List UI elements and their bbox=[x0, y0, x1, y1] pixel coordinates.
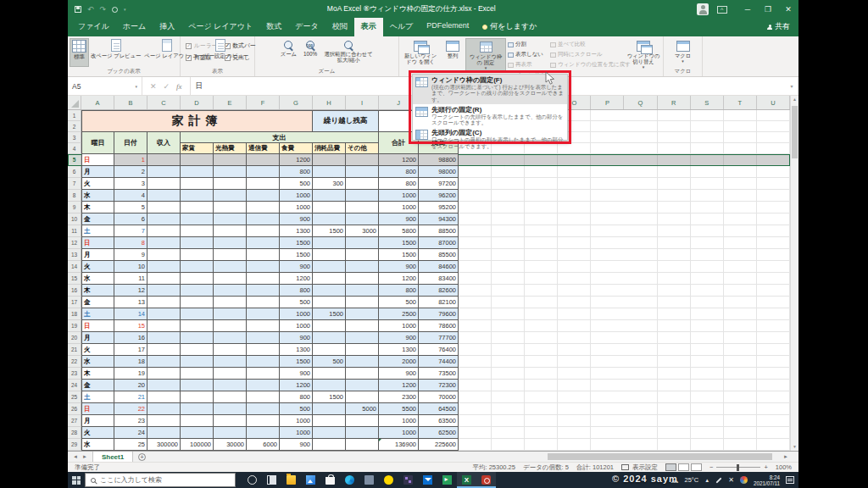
scroll-down-icon[interactable]: ▼ bbox=[791, 443, 798, 451]
cell-D24[interactable] bbox=[181, 380, 214, 391]
cell-J29[interactable]: 136900 bbox=[379, 439, 419, 451]
row-header-11[interactable]: 11 bbox=[68, 225, 81, 237]
cell-H15[interactable] bbox=[313, 273, 346, 285]
cell-B17[interactable]: 13 bbox=[114, 297, 147, 308]
cell-I6[interactable] bbox=[346, 166, 379, 178]
cell-F5[interactable] bbox=[247, 154, 280, 166]
cell-H6[interactable] bbox=[313, 166, 346, 178]
cell-H16[interactable] bbox=[313, 285, 346, 297]
formula-bar-expand-icon[interactable]: ▾ bbox=[785, 77, 798, 95]
cell-A9[interactable]: 木 bbox=[81, 202, 114, 214]
empty-cells[interactable] bbox=[459, 308, 790, 320]
cell-G19[interactable]: 1000 bbox=[280, 320, 313, 332]
empty-cells[interactable] bbox=[459, 154, 790, 166]
cell-J15[interactable]: 1200 bbox=[379, 273, 419, 285]
column-header-G[interactable]: G bbox=[280, 96, 313, 109]
cell-B6[interactable]: 2 bbox=[114, 166, 147, 178]
freeze-menu-item-2[interactable]: 先頭行の固定(R)ワークシートの先頭行を表示したままで、他の部分をスクロールでき… bbox=[413, 104, 567, 128]
cell-H25[interactable]: 1500 bbox=[313, 391, 346, 403]
cell-D18[interactable] bbox=[181, 308, 214, 320]
new-window-button[interactable]: 新しいウィンドウ を開く bbox=[401, 38, 440, 71]
cell-B13[interactable]: 9 bbox=[114, 249, 147, 261]
cell-J20[interactable]: 900 bbox=[379, 332, 419, 344]
row-header-19[interactable]: 19 bbox=[68, 320, 81, 332]
column-header-Q[interactable]: Q bbox=[624, 96, 657, 109]
cell-H28[interactable] bbox=[313, 427, 346, 439]
empty-cells[interactable] bbox=[459, 214, 790, 225]
empty-cells[interactable] bbox=[459, 415, 790, 427]
cell-A28[interactable]: 火 bbox=[81, 427, 114, 439]
cell-J23[interactable]: 900 bbox=[379, 368, 419, 380]
cell-E28[interactable] bbox=[214, 427, 247, 439]
cell-H8[interactable] bbox=[313, 190, 346, 202]
zoom-slider-thumb[interactable] bbox=[737, 464, 739, 471]
cell-I10[interactable] bbox=[346, 214, 379, 225]
column-header-I[interactable]: I bbox=[346, 96, 379, 109]
cell-J26[interactable]: 5500 bbox=[379, 403, 419, 415]
unhide-button[interactable]: 再表示 bbox=[508, 61, 547, 69]
empty-cells[interactable] bbox=[459, 403, 790, 415]
sheet-row-8[interactable]: 8水41000100096200 bbox=[68, 190, 790, 202]
sheet-row-15[interactable]: 15水111200120083400 bbox=[68, 273, 790, 285]
cell-A20[interactable]: 月 bbox=[81, 332, 114, 344]
tab-ヘルプ[interactable]: ヘルプ bbox=[383, 18, 420, 36]
zoom-100-button[interactable]: 100 100% bbox=[302, 38, 319, 67]
empty-cells[interactable] bbox=[459, 237, 790, 249]
pen-tray-icon[interactable] bbox=[716, 477, 722, 483]
sheet-row-26[interactable]: 26日225005000550064500 bbox=[68, 403, 790, 415]
cell-G28[interactable]: 1000 bbox=[280, 427, 313, 439]
cell-C14[interactable] bbox=[147, 261, 181, 273]
taskbar-app-clip[interactable] bbox=[437, 472, 457, 488]
taskbar-app-photos[interactable] bbox=[301, 472, 320, 488]
cell-C17[interactable] bbox=[147, 297, 181, 308]
cell-H5[interactable] bbox=[313, 154, 346, 166]
cell-A16[interactable]: 木 bbox=[81, 285, 114, 297]
cell-D8[interactable] bbox=[181, 190, 214, 202]
row-header-18[interactable]: 18 bbox=[68, 308, 81, 320]
cell-D19[interactable] bbox=[181, 320, 214, 332]
cell-G8[interactable]: 1000 bbox=[280, 190, 313, 202]
freeze-panes-button[interactable]: ウィンドウ枠の 固定 ▾ bbox=[465, 38, 506, 71]
empty-cells[interactable] bbox=[459, 320, 790, 332]
cell-K10[interactable]: 94300 bbox=[419, 214, 459, 225]
cell-I20[interactable] bbox=[346, 332, 379, 344]
cell-A29[interactable]: 水 bbox=[81, 439, 114, 451]
cell-J14[interactable]: 900 bbox=[379, 261, 419, 273]
cell-J12[interactable]: 1500 bbox=[379, 237, 419, 249]
row-header-2[interactable]: 2 bbox=[68, 121, 81, 132]
zoom-slider[interactable]: − + bbox=[709, 463, 768, 471]
new-sheet-button[interactable]: + bbox=[138, 453, 146, 461]
row-header-27[interactable]: 27 bbox=[68, 415, 81, 427]
cell-A8[interactable]: 水 bbox=[81, 190, 114, 202]
vertical-scroll-thumb[interactable] bbox=[792, 106, 798, 158]
header-communication-cell[interactable]: 通信費 bbox=[247, 143, 280, 154]
cell-B22[interactable]: 18 bbox=[114, 356, 147, 368]
cell-E22[interactable] bbox=[214, 356, 247, 368]
empty-cells[interactable] bbox=[459, 356, 790, 368]
cell-A24[interactable]: 金 bbox=[81, 380, 114, 391]
cell-K5[interactable]: 98800 bbox=[419, 154, 459, 166]
row-header-15[interactable]: 15 bbox=[68, 273, 81, 285]
cell-F15[interactable] bbox=[247, 273, 280, 285]
cell-E6[interactable] bbox=[214, 166, 247, 178]
cell-G25[interactable]: 800 bbox=[280, 391, 313, 403]
table-title-cell[interactable]: 家計簿 bbox=[81, 110, 313, 132]
start-button[interactable] bbox=[68, 472, 85, 488]
cell-I19[interactable] bbox=[346, 320, 379, 332]
header-income-cell[interactable]: 収入 bbox=[147, 132, 181, 154]
cell-J11[interactable]: 5800 bbox=[379, 225, 419, 237]
cell-A25[interactable]: 土 bbox=[81, 391, 114, 403]
cell-K14[interactable]: 84600 bbox=[419, 261, 459, 273]
empty-cells[interactable] bbox=[459, 391, 790, 403]
cell-J19[interactable]: 1000 bbox=[379, 320, 419, 332]
cell-B9[interactable]: 5 bbox=[114, 202, 147, 214]
cell-K12[interactable]: 87000 bbox=[419, 237, 459, 249]
cell-B27[interactable]: 23 bbox=[114, 415, 147, 427]
zoom-level[interactable]: 100% bbox=[776, 463, 792, 471]
cell-A10[interactable]: 金 bbox=[81, 214, 114, 225]
cell-G29[interactable]: 900 bbox=[280, 439, 313, 451]
cell-E8[interactable] bbox=[214, 190, 247, 202]
cell-J13[interactable]: 1500 bbox=[379, 249, 419, 261]
cell-A5[interactable]: 日 bbox=[81, 154, 114, 166]
cell-E10[interactable] bbox=[214, 214, 247, 225]
